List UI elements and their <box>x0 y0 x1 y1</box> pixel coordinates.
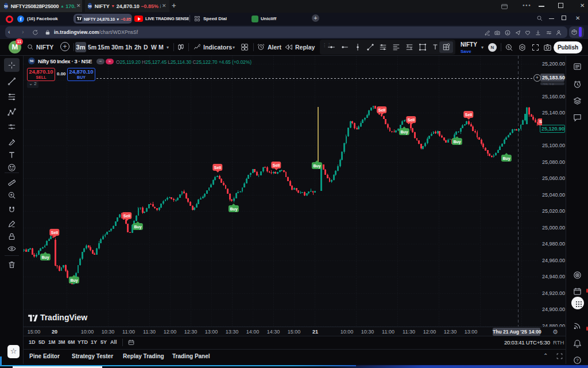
svg-text:?: ? <box>576 358 579 363</box>
